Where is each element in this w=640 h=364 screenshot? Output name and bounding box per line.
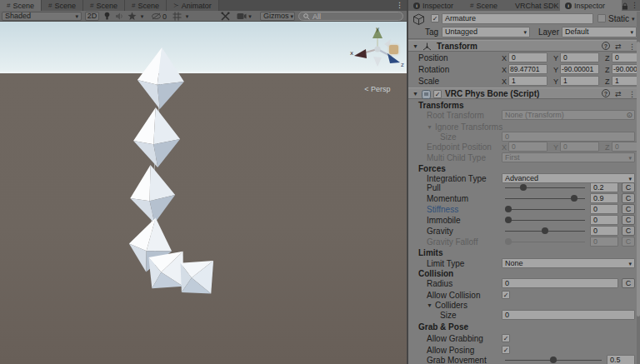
layer-dropdown[interactable]: Default▾ [562,27,637,37]
position-row: Position X0 Y0 Z0 [408,52,638,63]
tab-scene-2[interactable]: #Scene [42,0,83,11]
static-checkbox[interactable] [598,14,606,22]
rotation-x-input[interactable]: 89.47701 [508,64,548,74]
audio-toggle-icon[interactable] [114,12,125,21]
root-transform-label: Root Transform [427,111,484,120]
gameobject-cube-icon[interactable] [412,13,425,26]
scrollbar-thumb[interactable] [637,42,640,317]
momentum-label: Momentum [427,194,468,203]
effects-dropdown-icon[interactable]: ▾ [138,12,146,21]
inspector-scrollbar[interactable] [637,12,640,364]
root-transform-object-field[interactable]: None (Transform)⊙ [502,110,635,120]
transform-header[interactable]: ▼ Transform ? ⇄ ⋮ [408,40,640,52]
tab-animator[interactable]: ≻Animator [167,0,219,11]
foldout-icon[interactable]: ▼ [412,43,418,49]
colliders-size-input[interactable]: 0 [502,310,635,320]
immobile-row: Immobile 0 C [408,215,638,226]
allow-grabbing-checkbox[interactable]: ✓ [502,334,510,342]
help-icon[interactable]: ? [602,89,610,97]
momentum-input[interactable]: 0.9 [590,193,618,203]
object-picker-icon[interactable]: ⊙ [626,111,632,120]
tab-inspector-1[interactable]: iInspector [408,0,458,11]
scale-y-input[interactable]: 1 [560,76,599,86]
limit-type-dropdown[interactable]: None▾ [502,258,635,268]
ignore-size-input[interactable]: 0 [502,132,635,142]
effects-toggle-icon[interactable] [127,12,138,21]
tab-scene-3[interactable]: #Scene [83,0,125,11]
lighting-toggle-icon[interactable] [102,12,112,21]
immobile-curve-button[interactable]: C [622,215,635,225]
grid-dropdown-icon[interactable]: ▾ [183,12,191,21]
kebab-menu-icon[interactable]: ⋮ [628,90,636,98]
root-transform-row: Root Transform None (Transform)⊙ [408,110,638,121]
pull-slider[interactable] [505,182,585,193]
tab-scene[interactable]: #Scene [465,0,502,11]
physbone-header[interactable]: ▼ ✓ VRC Phys Bone (Script) ? ⇄ ⋮ [408,87,640,99]
position-z-input[interactable]: 0 [612,52,638,62]
unity-editor-window: #Scene #Scene #Scene #Scene ≻Animator ⋮ … [0,0,640,364]
foldout-icon[interactable]: ▼ [427,302,432,308]
presets-icon[interactable]: ⇄ [615,42,622,51]
stiffness-slider[interactable] [505,204,585,215]
perspective-toggle[interactable]: < Persp [350,85,405,93]
component-tools-icon[interactable] [219,12,231,21]
scene-search-input[interactable]: All [298,12,403,21]
tab-scene-4[interactable]: #Scene [125,0,167,11]
lock-icon[interactable] [622,2,628,10]
gravity-slider[interactable] [505,226,585,237]
kebab-menu-icon[interactable]: ⋮ [396,0,403,11]
scene-viewport[interactable]: y x z < Persp [0,22,407,364]
kebab-menu-icon[interactable]: ⋮ [628,42,636,51]
scale-x-input[interactable]: 1 [508,76,548,86]
rotation-z-input[interactable]: -90.00001 [612,64,638,74]
multi-child-type-dropdown[interactable]: First▾ [502,152,635,162]
kebab-menu-icon[interactable]: ⋮ [631,0,638,11]
endpoint-z-input[interactable]: 0 [612,142,638,152]
rotation-y-input[interactable]: -90.00001 [560,64,599,74]
radius-curve-button[interactable]: C [622,278,635,288]
gizmos-dropdown[interactable]: Gizmos▾ [260,12,295,21]
immobile-slider[interactable] [505,215,585,226]
foldout-icon[interactable]: ▼ [412,91,418,97]
endpoint-x-input[interactable]: 0 [508,142,548,152]
grid-visibility-icon[interactable] [172,12,182,21]
tab-vrchat-sdk[interactable]: VRChat SDK [510,0,564,11]
scene-visibility-toggle[interactable]: 0 [150,12,168,21]
allow-collision-checkbox[interactable]: ✓ [502,291,510,299]
presets-icon[interactable]: ⇄ [615,90,622,98]
tab-inspector-2[interactable]: iInspector [560,0,622,11]
momentum-curve-button[interactable]: C [622,193,635,203]
tab-scene-1[interactable]: #Scene [0,0,42,11]
grab-pose-section-header: Grab & Pose [418,322,468,332]
allow-posing-checkbox[interactable]: ✓ [502,346,510,354]
endpoint-y-input[interactable]: 0 [560,142,599,152]
momentum-slider[interactable] [505,193,585,204]
grab-movement-input[interactable]: 0.5 [607,355,635,364]
tag-value: Untagged [445,27,478,37]
pull-curve-button[interactable]: C [622,182,635,192]
active-checkbox[interactable]: ✓ [431,14,439,22]
immobile-input[interactable]: 0 [590,215,618,225]
shading-mode-dropdown[interactable]: Shaded▾ [2,12,82,21]
gravity-input[interactable]: 0 [590,226,618,236]
scale-z-input[interactable]: 1 [612,76,638,86]
2d-toggle-button[interactable]: 2D [85,12,99,21]
position-y-input[interactable]: 0 [560,52,599,62]
gravity-curve-button[interactable]: C [622,226,635,236]
tag-dropdown[interactable]: Untagged▾ [442,27,530,37]
scene-camera-dropdown[interactable]: ▾ [234,12,254,21]
stiffness-curve-button[interactable]: C [622,204,635,214]
foldout-icon[interactable]: ▼ [427,124,432,130]
position-x-input[interactable]: 0 [508,52,548,62]
rotation-label: Rotation [418,65,449,74]
gameobject-name-input[interactable]: Armature [442,13,593,24]
stiffness-input[interactable]: 0 [590,204,618,214]
pull-input[interactable]: 0.2 [590,182,618,192]
grab-movement-slider[interactable] [505,355,602,364]
component-enabled-checkbox[interactable]: ✓ [433,90,442,98]
help-icon[interactable]: ? [602,42,610,50]
static-dropdown-icon[interactable]: ▾ [632,16,635,22]
directional-light-gizmo-icon[interactable] [389,45,398,54]
radius-input[interactable]: 0 [502,278,618,288]
tag-label: Tag [425,27,438,38]
